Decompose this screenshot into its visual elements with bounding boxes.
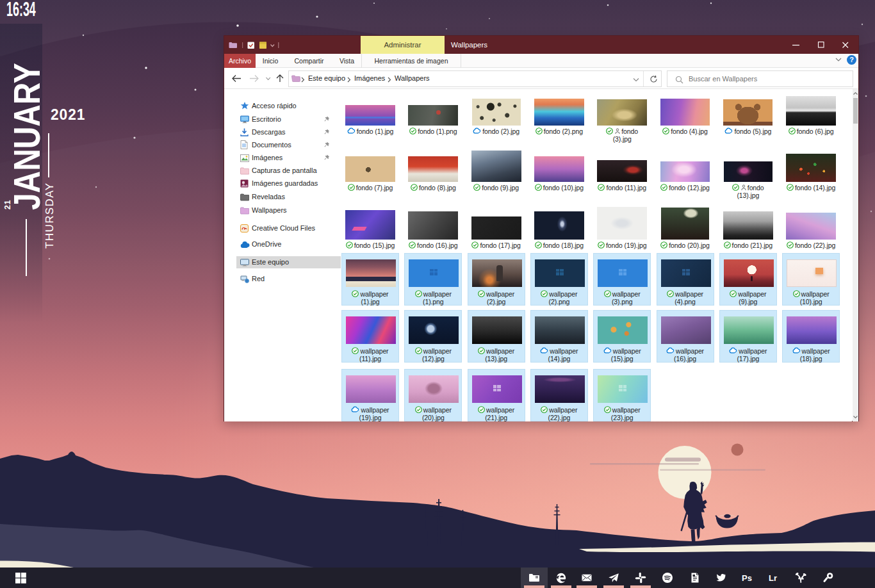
svg-text:Ps: Ps <box>742 573 752 583</box>
svg-text:Lr: Lr <box>769 573 777 583</box>
